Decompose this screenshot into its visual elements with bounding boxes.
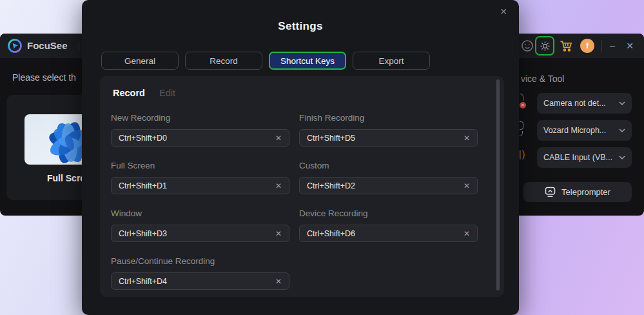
- settings-gear-icon[interactable]: [535, 36, 554, 56]
- chevron-down-icon: [619, 101, 625, 105]
- tab-general[interactable]: General: [101, 52, 179, 70]
- mode-card-label: Full Scre: [47, 173, 85, 183]
- microphone-icon[interactable]: [520, 121, 523, 130]
- shortcut-value: Ctrl+Shift+D2: [307, 181, 355, 190]
- tab-export[interactable]: Export: [353, 52, 430, 70]
- clear-icon[interactable]: ✕: [275, 277, 282, 286]
- window-close-button[interactable]: ✕: [622, 34, 638, 58]
- microphone-select-value: Vozard Microph...: [543, 126, 619, 135]
- app-title: FocuSee: [27, 34, 68, 58]
- feedback-smiley-icon[interactable]: [520, 39, 534, 53]
- shortcut-input[interactable]: Ctrl+Shift+D6 ✕: [299, 225, 478, 242]
- teleprompter-label: Teleprompter: [561, 187, 610, 197]
- tab-record[interactable]: Record: [185, 52, 262, 70]
- shortcut-value: Ctrl+Shift+D0: [119, 134, 167, 143]
- camera-select-value: Camera not det...: [543, 99, 619, 108]
- screen: FocuSee: [0, 0, 644, 315]
- clear-icon[interactable]: ✕: [275, 181, 282, 190]
- tab-shortcut-keys[interactable]: Shortcut Keys: [269, 52, 346, 70]
- field-full-screen: Full Screen Ctrl+Shift+D1 ✕: [111, 161, 289, 194]
- shortcut-value: Ctrl+Shift+D5: [307, 134, 355, 143]
- camera-error-badge: ✕: [518, 101, 527, 110]
- dialog-title: Settings: [82, 20, 519, 33]
- field-new-recording: New Recording Ctrl+Shift+D0 ✕: [111, 113, 289, 147]
- field-label: New Recording: [111, 113, 289, 123]
- dialog-close-icon[interactable]: ✕: [497, 5, 510, 18]
- field-label: Window: [111, 208, 289, 218]
- settings-dialog: ✕ Settings General Record Shortcut Keys …: [82, 0, 519, 315]
- shortcut-value: Ctrl+Shift+D1: [119, 181, 167, 190]
- field-device-recording: Device Recording Ctrl+Shift+D6 ✕: [299, 208, 478, 242]
- shortcut-input[interactable]: Ctrl+Shift+D1 ✕: [111, 177, 289, 194]
- microphone-select[interactable]: Vozard Microph...: [537, 120, 632, 141]
- minimize-button[interactable]: –: [605, 34, 620, 58]
- field-label: Custom: [299, 161, 478, 170]
- panel-tab-record[interactable]: Record: [113, 88, 145, 98]
- clear-icon[interactable]: ✕: [463, 134, 470, 143]
- chevron-down-icon: [619, 128, 625, 132]
- teleprompter-icon: [545, 187, 556, 198]
- panel-tabs: Record Edit: [113, 88, 175, 98]
- device-tool-header: vice & Tool: [521, 74, 564, 84]
- teleprompter-button[interactable]: Teleprompter: [523, 182, 632, 202]
- store-cart-icon[interactable]: [559, 39, 573, 53]
- system-audio-select[interactable]: CABLE Input (VB...: [537, 147, 632, 168]
- field-finish-recording: Finish Recording Ctrl+Shift+D5 ✕: [299, 113, 478, 147]
- clear-icon[interactable]: ✕: [275, 134, 282, 143]
- field-label: Full Screen: [111, 161, 289, 170]
- settings-tabs: General Record Shortcut Keys Export: [101, 52, 430, 70]
- field-label: Finish Recording: [299, 113, 478, 123]
- field-label: Device Recording: [299, 208, 478, 218]
- chevron-down-icon: [619, 156, 625, 159]
- clear-icon[interactable]: ✕: [275, 229, 282, 238]
- shortcut-input[interactable]: Ctrl+Shift+D0 ✕: [111, 129, 289, 147]
- panel-scrollbar[interactable]: [496, 79, 500, 290]
- field-label: Pause/Continue Recording: [111, 256, 289, 266]
- field-window: Window Ctrl+Shift+D3 ✕: [111, 208, 289, 242]
- camera-select[interactable]: Camera not det...: [537, 93, 632, 114]
- microphone-icon-stand: [520, 131, 523, 136]
- clear-icon[interactable]: ✕: [463, 181, 470, 190]
- system-audio-select-value: CABLE Input (VB...: [543, 153, 619, 162]
- speaker-icon[interactable]: |): [519, 149, 525, 159]
- field-custom: Custom Ctrl+Shift+D2 ✕: [299, 161, 478, 194]
- titlebar-divider-2: [601, 40, 602, 52]
- select-mode-prompt: Please select th: [12, 72, 76, 83]
- shortcut-keys-panel: Record Edit New Recording Ctrl+Shift+D0 …: [100, 76, 504, 297]
- panel-tab-edit[interactable]: Edit: [159, 88, 175, 98]
- shortcut-input[interactable]: Ctrl+Shift+D5 ✕: [299, 129, 478, 147]
- clear-icon[interactable]: ✕: [463, 229, 470, 238]
- shortcut-value: Ctrl+Shift+D6: [307, 229, 355, 238]
- shortcut-input[interactable]: Ctrl+Shift+D3 ✕: [111, 225, 289, 242]
- field-pause-continue: Pause/Continue Recording Ctrl+Shift+D4 ✕: [111, 256, 289, 290]
- shortcut-input[interactable]: Ctrl+Shift+D2 ✕: [299, 177, 478, 194]
- account-badge[interactable]: f: [580, 39, 594, 53]
- shortcut-fields: New Recording Ctrl+Shift+D0 ✕ Finish Rec…: [111, 113, 478, 290]
- shortcut-value: Ctrl+Shift+D3: [119, 229, 167, 238]
- titlebar-divider: [79, 41, 79, 51]
- shortcut-input[interactable]: Ctrl+Shift+D4 ✕: [111, 272, 289, 290]
- shortcut-value: Ctrl+Shift+D4: [119, 277, 167, 286]
- focusee-logo-icon: [7, 38, 23, 54]
